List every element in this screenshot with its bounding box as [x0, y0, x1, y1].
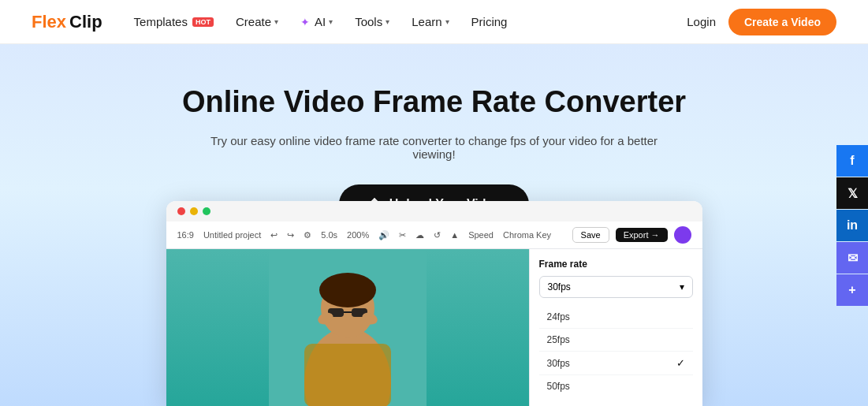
frame-rate-title: Frame rate [539, 259, 693, 270]
avatar [674, 226, 691, 244]
zoom: 200% [347, 230, 369, 240]
chevron-icon: ▾ [386, 17, 389, 26]
brand-logo[interactable]: FlexClip [32, 12, 102, 32]
editor-body: Frame rate 30fps ▾ 24fps 25fps 30fps ✓ [166, 249, 702, 406]
scissors-icon[interactable]: ✂ [399, 230, 406, 240]
undo-icon[interactable]: ↩ [270, 230, 278, 240]
hot-badge: HOT [192, 17, 214, 27]
hero-subtitle: Try our easy online video frame rate con… [190, 134, 679, 161]
fps-option-30[interactable]: 30fps ✓ [539, 352, 693, 375]
save-button-mock[interactable]: Save [572, 227, 609, 243]
svg-point-5 [319, 273, 376, 307]
video-panel [166, 249, 529, 406]
nav-templates[interactable]: Templates HOT [134, 15, 214, 28]
login-button[interactable]: Login [687, 15, 716, 28]
chevron-icon: ▾ [274, 17, 278, 26]
linkedin-icon: in [847, 218, 858, 233]
nav-learn[interactable]: Learn ▾ [412, 15, 449, 28]
hero-title: Online Video Frame Rate Converter [182, 85, 686, 120]
svg-rect-3 [304, 344, 391, 406]
twitter-x-icon: 𝕏 [848, 186, 858, 201]
redo-icon[interactable]: ↪ [287, 230, 294, 240]
hero-section: Online Video Frame Rate Converter Try ou… [0, 44, 868, 406]
editor-toolbar: 16:9 Untitled project ↩ ↪ ⚙ 5.0s 200% 🔊 … [166, 222, 702, 249]
email-share-button[interactable]: ✉ [836, 242, 868, 274]
nav-tools[interactable]: Tools ▾ [355, 15, 389, 28]
nav-create[interactable]: Create ▾ [236, 15, 278, 28]
nav-ai[interactable]: ✦ AI ▾ [300, 15, 333, 28]
chroma-key-label[interactable]: Chroma Key [503, 230, 551, 240]
audio-icon[interactable]: 🔊 [378, 230, 389, 240]
dropdown-chevron: ▾ [680, 281, 684, 292]
settings-icon[interactable]: ⚙ [304, 230, 311, 240]
editor-titlebar [166, 201, 702, 222]
aspect-ratio: 16:9 [177, 230, 194, 240]
ai-star-icon: ✦ [300, 16, 310, 28]
person-background [166, 249, 529, 406]
frame-rate-panel: Frame rate 30fps ▾ 24fps 25fps 30fps ✓ [529, 249, 702, 406]
rotate-icon[interactable]: ↺ [434, 230, 441, 240]
nav-links: Templates HOT Create ▾ ✦ AI ▾ Tools ▾ Le… [134, 15, 687, 28]
toolbar-right: Save Export → [572, 226, 691, 244]
frame-rate-select[interactable]: 30fps ▾ [539, 276, 693, 298]
duration: 5.0s [321, 230, 337, 240]
plus-icon: + [848, 283, 855, 297]
social-sidebar: f 𝕏 in ✉ + [836, 145, 868, 306]
dot-yellow [190, 207, 198, 215]
person-illustration [269, 249, 427, 406]
nav-actions: Login Create a Video [687, 9, 836, 35]
create-video-button[interactable]: Create a Video [728, 9, 836, 35]
checkmark-icon: ✓ [676, 357, 685, 369]
fps-option-25[interactable]: 25fps [539, 329, 693, 352]
chevron-icon: ▾ [445, 17, 449, 26]
cloud-icon[interactable]: ☁ [415, 230, 424, 240]
twitter-share-button[interactable]: 𝕏 [836, 177, 868, 209]
export-button-mock[interactable]: Export → [616, 228, 668, 242]
logo-clip: Clip [69, 12, 102, 32]
logo-flex: Flex [32, 12, 66, 32]
facebook-share-button[interactable]: f [836, 145, 868, 177]
selected-fps: 30fps [548, 281, 571, 292]
email-icon: ✉ [848, 251, 858, 266]
chevron-icon: ▾ [329, 17, 333, 26]
facebook-icon: f [850, 154, 854, 168]
editor-mockup: 16:9 Untitled project ↩ ↪ ⚙ 5.0s 200% 🔊 … [166, 201, 702, 406]
linkedin-share-button[interactable]: in [836, 210, 868, 241]
fps-option-24[interactable]: 24fps [539, 306, 693, 329]
toolbar-left: 16:9 Untitled project ↩ ↪ ⚙ 5.0s 200% 🔊 … [177, 230, 552, 240]
speed-label[interactable]: Speed [468, 230, 494, 240]
project-name: Untitled project [203, 230, 261, 240]
dot-green [203, 207, 210, 215]
more-share-button[interactable]: + [836, 274, 868, 306]
dot-red [177, 207, 185, 215]
nav-pricing[interactable]: Pricing [471, 15, 508, 28]
frame-options-list: 24fps 25fps 30fps ✓ 50fps [539, 306, 693, 397]
navbar: FlexClip Templates HOT Create ▾ ✦ AI ▾ T… [0, 0, 868, 44]
adjust-icon[interactable]: ▲ [450, 230, 459, 240]
fps-option-50[interactable]: 50fps [539, 375, 693, 397]
